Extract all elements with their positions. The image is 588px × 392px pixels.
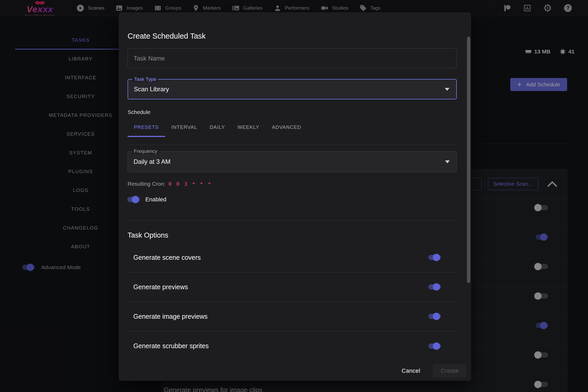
task-options-list: Generate scene covers Generate previews …: [128, 243, 457, 361]
tab-daily[interactable]: DAILY: [203, 118, 231, 137]
caret-down-icon: [445, 88, 449, 91]
task-type-select[interactable]: Task Type Scan Library: [128, 79, 457, 99]
option-row: Generate image previews: [128, 302, 457, 331]
dialog-title: Create Scheduled Task: [128, 32, 206, 40]
tab-advanced[interactable]: ADVANCED: [266, 118, 307, 137]
divider: [128, 145, 457, 145]
task-type-label: Task Type: [132, 76, 158, 82]
frequency-value: Daily at 3 AM: [134, 158, 170, 165]
option-row: Generate scene covers: [128, 243, 457, 272]
cron-value: 0 0 3 * * *: [169, 181, 212, 187]
option-row: Generate scrubber sprites: [128, 331, 457, 361]
task-options-heading: Task Options: [128, 231, 168, 239]
cancel-button[interactable]: Cancel: [396, 364, 426, 377]
generate-image-previews-toggle[interactable]: [427, 311, 442, 321]
cron-label: Resulting Cron:: [128, 181, 165, 187]
option-label: Generate scrubber sprites: [133, 342, 427, 350]
schedule-section-label: Schedule: [128, 109, 151, 115]
divider: [128, 220, 457, 221]
generate-scrubber-sprites-toggle[interactable]: [427, 341, 442, 351]
generate-scene-covers-toggle[interactable]: [427, 252, 442, 262]
enabled-label: Enabled: [145, 196, 166, 203]
enabled-row: Enabled: [126, 195, 166, 204]
option-row: Generate previews: [128, 272, 457, 302]
task-type-value: Scan Library: [134, 86, 169, 93]
app-window: Vexxx ADULT MEDIA MANAGER Scenes Images …: [0, 0, 588, 392]
tab-interval[interactable]: INTERVAL: [165, 118, 203, 137]
option-label: Generate previews: [133, 283, 427, 291]
modal-scrollbar-thumb[interactable]: [467, 37, 470, 283]
create-scheduled-task-dialog: Create Scheduled Task Task Type Scan Lib…: [119, 12, 471, 381]
option-label: Generate image previews: [133, 313, 427, 320]
frequency-select[interactable]: Frequency Daily at 3 AM: [128, 151, 457, 172]
frequency-label: Frequency: [132, 148, 159, 154]
dialog-footer: Cancel Create: [396, 364, 467, 378]
option-label: Generate scene covers: [133, 254, 427, 261]
create-button: Create: [433, 364, 467, 378]
enabled-toggle[interactable]: [126, 195, 141, 204]
task-name-input[interactable]: [128, 48, 457, 68]
resulting-cron: Resulting Cron: 0 0 3 * * *: [128, 181, 212, 187]
tab-weekly[interactable]: WEEKLY: [231, 118, 266, 137]
schedule-tabs: PRESETS INTERVAL DAILY WEEKLY ADVANCED: [128, 118, 307, 137]
tab-presets[interactable]: PRESETS: [128, 118, 165, 137]
caret-down-icon: [445, 160, 450, 163]
generate-previews-toggle[interactable]: [427, 282, 442, 292]
